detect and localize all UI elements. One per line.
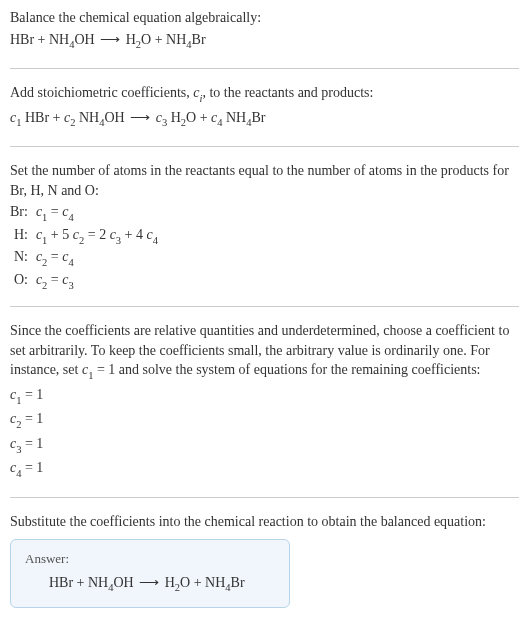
element-equation: c1 + 5 c2 = 2 c3 + 4 c4: [36, 225, 164, 247]
coeff-sub: 1: [42, 235, 47, 246]
prompt-text: Balance the chemical equation algebraica…: [10, 8, 519, 28]
coeff-sub: 2: [70, 117, 75, 128]
eq-text: Br: [231, 575, 245, 590]
balanced-equation: HBr + NH4OH ⟶ H2O + NH4Br: [25, 573, 275, 595]
eq-text: O + NH: [180, 575, 225, 590]
answer-label: Answer:: [25, 550, 275, 568]
coeff-sub: 4: [68, 212, 73, 223]
section-answer: Substitute the coefficients into the che…: [10, 512, 519, 612]
section-add-coefficients: Add stoichiometric coefficients, ci, to …: [10, 83, 519, 146]
answer-box: Answer: HBr + NH4OH ⟶ H2O + NH4Br: [10, 539, 290, 608]
eq-text: O + NH: [141, 32, 186, 47]
coeff-sub: 3: [162, 117, 167, 128]
atom-balance-row: Br:c1 = c4: [10, 202, 164, 224]
instruction-text: Substitute the coefficients into the che…: [10, 512, 519, 532]
eq-text: Br: [192, 32, 206, 47]
coeff-sub: 1: [88, 370, 93, 381]
eq-text: O +: [186, 110, 211, 125]
divider: [10, 146, 519, 147]
eq-text: HBr + NH: [49, 575, 108, 590]
eq-sub: 4: [186, 39, 191, 50]
coeff-value: = 1: [21, 387, 43, 402]
eq-text: H: [126, 32, 136, 47]
eq-text: =: [47, 249, 62, 264]
atom-balance-row: N:c2 = c4: [10, 247, 164, 269]
instruction-text: Set the number of atoms in the reactants…: [10, 161, 519, 200]
element-equation: c1 = c4: [36, 202, 164, 224]
section-atom-equations: Set the number of atoms in the reactants…: [10, 161, 519, 306]
coeff-sub: 4: [68, 257, 73, 268]
coefficient-value: c1 = 1: [10, 385, 519, 407]
coeff-sub: 1: [16, 395, 21, 406]
eq-text: OH: [113, 575, 133, 590]
coeff-sub: 3: [68, 280, 73, 291]
eq-text: H: [165, 575, 175, 590]
eq-text: = 2: [84, 227, 109, 242]
section-balance-prompt: Balance the chemical equation algebraica…: [10, 8, 519, 68]
eq-text: =: [47, 272, 62, 287]
unbalanced-equation: HBr + NH4OH ⟶ H2O + NH4Br: [10, 30, 519, 52]
eq-sub: 4: [246, 117, 251, 128]
eq-text: HBr + NH: [10, 32, 69, 47]
instruction-text: Since the coefficients are relative quan…: [10, 321, 519, 383]
instruction-text: Add stoichiometric coefficients, ci, to …: [10, 83, 519, 105]
arrow-icon: ⟶: [128, 110, 152, 125]
element-label: N:: [10, 247, 36, 269]
eq-sub: 2: [136, 39, 141, 50]
atom-balance-row: O:c2 = c3: [10, 270, 164, 292]
coeff: c: [110, 227, 116, 242]
eq-text: + 5: [47, 227, 72, 242]
element-equation: c2 = c3: [36, 270, 164, 292]
atom-balance-row: H:c1 + 5 c2 = 2 c3 + 4 c4: [10, 225, 164, 247]
section-solve: Since the coefficients are relative quan…: [10, 321, 519, 497]
eq-text: NH: [75, 110, 99, 125]
eq-sub: 4: [69, 39, 74, 50]
eq-text: OH: [74, 32, 94, 47]
coeff-value: = 1: [21, 436, 43, 451]
coeff-sub: 2: [42, 257, 47, 268]
coeff-sub: 3: [16, 444, 21, 455]
coeff-sub: 2: [16, 419, 21, 430]
divider: [10, 306, 519, 307]
coeff-sub: 1: [42, 212, 47, 223]
coeff-value: = 1: [21, 460, 43, 475]
eq-text: H: [167, 110, 181, 125]
eq-text: HBr +: [21, 110, 64, 125]
coeff-sub: 1: [16, 117, 21, 128]
coeff-sub: i: [199, 93, 202, 104]
divider: [10, 497, 519, 498]
coeff: c: [147, 227, 153, 242]
coeff-sub: 2: [79, 235, 84, 246]
coeff-sub: 4: [217, 117, 222, 128]
eq-sub: 2: [175, 582, 180, 593]
eq-text: + 4: [121, 227, 146, 242]
eq-sub: 4: [225, 582, 230, 593]
text: , to the reactants and products:: [202, 85, 373, 100]
coeff-sub: 4: [153, 235, 158, 246]
element-equation: c2 = c4: [36, 247, 164, 269]
arrow-icon: ⟶: [98, 32, 122, 47]
element-label: O:: [10, 270, 36, 292]
coefficient-value: c2 = 1: [10, 409, 519, 431]
eq-text: NH: [223, 110, 247, 125]
eq-text: OH: [104, 110, 124, 125]
eq-sub: 4: [99, 117, 104, 128]
coefficient-value: c3 = 1: [10, 434, 519, 456]
coeff-value: = 1: [21, 411, 43, 426]
eq-sub: 2: [181, 117, 186, 128]
coeff: c: [156, 110, 162, 125]
atom-balance-table: Br:c1 = c4H:c1 + 5 c2 = 2 c3 + 4 c4N:c2 …: [10, 202, 164, 292]
solved-coefficients: c1 = 1c2 = 1c3 = 1c4 = 1: [10, 385, 519, 481]
coefficient-value: c4 = 1: [10, 458, 519, 480]
divider: [10, 68, 519, 69]
arrow-icon: ⟶: [137, 575, 161, 590]
coeff-sub: 4: [16, 468, 21, 479]
eq-text: Br: [251, 110, 265, 125]
coefficient-equation: c1 HBr + c2 NH4OH ⟶ c3 H2O + c4 NH4Br: [10, 108, 519, 130]
element-label: Br:: [10, 202, 36, 224]
coeff-sub: 3: [116, 235, 121, 246]
text: = 1 and solve the system of equations fo…: [93, 362, 480, 377]
eq-sub: 4: [108, 582, 113, 593]
coeff-sub: 2: [42, 280, 47, 291]
element-label: H:: [10, 225, 36, 247]
